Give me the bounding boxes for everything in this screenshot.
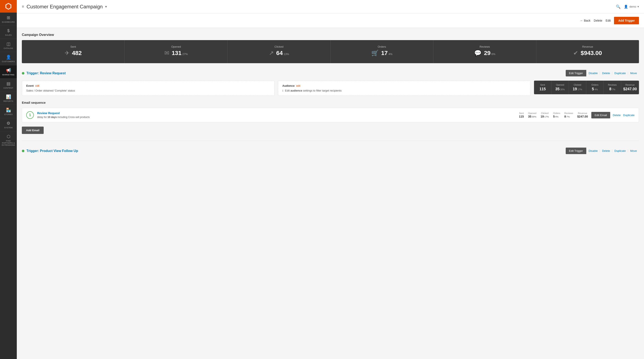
add-email-button[interactable]: Add Email bbox=[22, 126, 44, 134]
customers-icon: 👤 bbox=[6, 54, 11, 60]
sidebar-item-customers[interactable]: 👤 CUSTOMERS bbox=[0, 52, 17, 65]
sidebar-item-catalog[interactable]: ◫ CATALOG bbox=[0, 39, 17, 52]
email-info: Review Request delay for 10 days includi… bbox=[37, 112, 516, 118]
trigger-1-duplicate-link[interactable]: Duplicate bbox=[612, 72, 628, 75]
audience-edit-link[interactable]: edit bbox=[296, 84, 300, 87]
reviews-row: 💬 29 6% bbox=[474, 50, 496, 56]
sidebar-item-reports[interactable]: 📊 REPORTS bbox=[0, 92, 17, 105]
email-sequence-title: Email sequence bbox=[22, 101, 639, 104]
sidebar-item-content[interactable]: ▤ CONTENT bbox=[0, 78, 17, 92]
email-stat-reviews: Reviews 8 7% bbox=[564, 112, 573, 118]
catalog-icon: ◫ bbox=[6, 41, 10, 46]
t1-stat-opened: Opened 35 30% bbox=[552, 80, 569, 94]
trigger-1-header: Trigger: Review Request Edit Trigger Dis… bbox=[22, 70, 639, 76]
duplicate-email-link[interactable]: Duplicate bbox=[623, 114, 634, 117]
overview-stat-revenue: Revenue ✔ $943.00 bbox=[536, 40, 639, 63]
revenue-value: $943.00 bbox=[580, 50, 602, 56]
search-icon[interactable]: 🔍 bbox=[616, 4, 620, 9]
page-header: ≡ Customer Engagement Campaign ▾ 🔍 👤 dem… bbox=[17, 0, 644, 14]
orders-row: 🛒 17 4% bbox=[371, 50, 392, 56]
sidebar-item-stores[interactable]: 🏪 STORES bbox=[0, 105, 17, 118]
trigger-2-move-link[interactable]: Move bbox=[628, 149, 639, 152]
trigger-2-active-dot bbox=[22, 150, 24, 152]
sent-label: Sent bbox=[70, 45, 76, 48]
sidebar-item-dashboard[interactable]: ⊞ DASHBOARD bbox=[0, 12, 17, 26]
sidebar-item-partners[interactable]: ⬡ FIND PARTNERS & EXTENSIONS bbox=[0, 132, 17, 149]
partners-icon: ⬡ bbox=[7, 134, 10, 139]
trigger-2-delete-link[interactable]: Delete bbox=[600, 149, 612, 152]
overview-stat-opened: Opened ✉ 131 27% bbox=[125, 40, 228, 63]
header-left: ≡ Customer Engagement Campaign ▾ bbox=[22, 4, 107, 10]
orders-value: 17 4% bbox=[381, 50, 392, 56]
title-dropdown-icon[interactable]: ▾ bbox=[105, 4, 107, 8]
email-delay: delay for 10 days including Cross-sell p… bbox=[37, 116, 516, 118]
trigger-1-edit-button[interactable]: Edit Trigger bbox=[566, 70, 586, 76]
email-row-1: 1 Review Request delay for 10 days inclu… bbox=[22, 108, 639, 122]
t1-stat-clicked: Clicked 19 17% bbox=[569, 80, 586, 94]
clicked-pct: 13% bbox=[284, 52, 289, 56]
overview-stat-reviews: Reviews 💬 29 6% bbox=[434, 40, 536, 63]
clicked-label: Clicked bbox=[274, 45, 284, 48]
trigger-1-cards: Event edit Sales / Order obtained 'Compl… bbox=[22, 80, 531, 96]
add-trigger-button[interactable]: Add Trigger bbox=[614, 17, 639, 24]
action-bar: ← Back Delete Edit Add Trigger bbox=[17, 14, 644, 28]
event-card-title: Event edit bbox=[26, 84, 270, 87]
user-menu[interactable]: 👤 demo ▾ bbox=[624, 4, 639, 8]
event-edit-link[interactable]: edit bbox=[35, 84, 39, 87]
audience-bold-text: audience bbox=[290, 89, 302, 92]
trigger-2-edit-button[interactable]: Edit Trigger bbox=[566, 148, 586, 154]
reviews-value: 29 6% bbox=[484, 50, 496, 56]
event-card-content: Sales / Order obtained 'Complete' status bbox=[26, 89, 270, 92]
delete-email-link[interactable]: Delete bbox=[613, 114, 621, 117]
trigger-1-body: Event edit Sales / Order obtained 'Compl… bbox=[22, 80, 639, 96]
header-right: 🔍 👤 demo ▾ bbox=[616, 4, 639, 9]
sales-icon: $ bbox=[7, 28, 10, 33]
opened-row: ✉ 131 27% bbox=[164, 50, 188, 56]
trigger-2-name: Trigger: Product View Follow Up bbox=[26, 149, 78, 153]
reviews-label: Reviews bbox=[480, 45, 490, 48]
t1-stat-sent: Sent 115 bbox=[534, 80, 552, 94]
revenue-label: Revenue bbox=[582, 45, 593, 48]
audience-info-icon: ℹ bbox=[282, 89, 284, 92]
trigger-1-move-link[interactable]: Move bbox=[628, 72, 639, 75]
trigger-1-section: Trigger: Review Request Edit Trigger Dis… bbox=[22, 70, 639, 141]
stores-icon: 🏪 bbox=[6, 108, 11, 112]
trigger-2-section: Trigger: Product View Follow Up Edit Tri… bbox=[22, 148, 639, 154]
trigger-1-name: Trigger: Review Request bbox=[26, 72, 66, 75]
trigger-2-duplicate-link[interactable]: Duplicate bbox=[612, 149, 628, 152]
trigger-1-disable-link[interactable]: Disable bbox=[586, 72, 600, 75]
email-actions: Edit Email Delete Duplicate bbox=[591, 112, 634, 118]
back-button[interactable]: ← Back bbox=[580, 19, 590, 22]
clicked-row: ↗ 64 13% bbox=[269, 50, 289, 56]
trigger-1-delete-link[interactable]: Delete bbox=[600, 72, 612, 75]
orders-icon: 🛒 bbox=[371, 50, 379, 56]
user-avatar-icon: 👤 bbox=[624, 4, 628, 8]
sidebar: ⊞ DASHBOARD $ SALES ◫ CATALOG 👤 CUSTOMER… bbox=[0, 0, 17, 359]
opened-label: Opened bbox=[171, 45, 181, 48]
trigger-2-header: Trigger: Product View Follow Up Edit Tri… bbox=[22, 148, 639, 154]
sidebar-item-sales[interactable]: $ SALES bbox=[0, 26, 17, 39]
system-icon: ⚙ bbox=[6, 121, 10, 126]
opened-pct: 27% bbox=[182, 52, 188, 56]
edit-button[interactable]: Edit bbox=[606, 19, 610, 22]
audience-card-content: ℹ Edit audience settings to filter targe… bbox=[282, 89, 526, 92]
sidebar-logo[interactable] bbox=[0, 0, 17, 12]
sidebar-item-system[interactable]: ⚙ SYSTEM bbox=[0, 118, 17, 132]
email-number: 1 bbox=[26, 111, 34, 119]
trigger-2-disable-link[interactable]: Disable bbox=[586, 149, 600, 152]
hamburger-menu[interactable]: ≡ bbox=[22, 4, 24, 9]
campaign-overview-title: Campaign Overview bbox=[22, 33, 639, 37]
content-icon: ▤ bbox=[6, 81, 10, 86]
trigger-1-active-dot bbox=[22, 72, 24, 74]
reviews-icon: 💬 bbox=[474, 50, 482, 56]
email-stat-opened: Opened 35 30% bbox=[528, 112, 536, 118]
t1-stat-revenue: Revenue $247.00 bbox=[621, 80, 639, 94]
overview-stat-orders: Orders 🛒 17 4% bbox=[330, 40, 434, 63]
content-area: Campaign Overview Sent ✈ 482 Opened ✉ 13… bbox=[17, 28, 644, 359]
sidebar-item-label: SALES bbox=[5, 34, 12, 36]
edit-email-button[interactable]: Edit Email bbox=[591, 112, 610, 118]
email-name-link[interactable]: Review Request bbox=[37, 112, 516, 115]
sidebar-item-marketing[interactable]: 📢 MARKETING bbox=[0, 65, 17, 78]
trigger-1-stats-box: Sent 115 Opened 35 30% Clicked 19 17% Or… bbox=[534, 80, 639, 94]
delete-button[interactable]: Delete bbox=[594, 19, 602, 22]
